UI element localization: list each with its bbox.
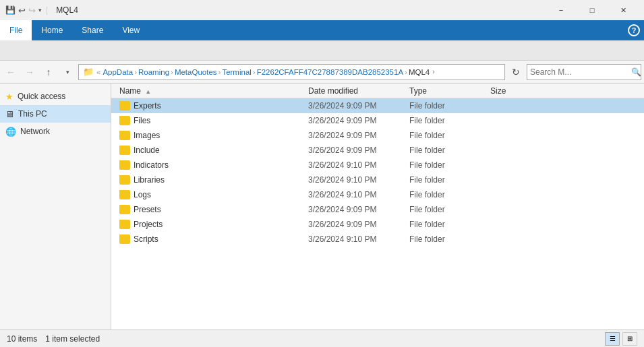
file-type: File folder — [404, 146, 485, 155]
breadcrumb-roaming[interactable]: Roaming — [138, 68, 169, 76]
qat-redo-icon[interactable]: ↪ — [28, 5, 36, 15]
sidebar-label-quick-access: Quick access — [18, 92, 65, 101]
details-view-button[interactable]: ☰ — [605, 332, 620, 346]
sidebar-item-network[interactable]: 🌐 Network — [0, 123, 111, 140]
titlebar-icons: 💾 ↩ ↪ ▾ | — [5, 5, 49, 15]
titlebar: 💾 ↩ ↪ ▾ | MQL4 − □ ✕ — [0, 0, 644, 20]
statusbar-left: 10 items 1 item selected — [7, 334, 100, 344]
table-row[interactable]: Images 3/26/2024 9:09 PM File folder — [111, 128, 644, 143]
file-date: 3/26/2024 9:09 PM — [303, 220, 404, 229]
breadcrumb[interactable]: 📁 « AppData › Roaming › MetaQuotes › Ter… — [78, 64, 505, 80]
file-name: Images — [134, 131, 160, 140]
file-date: 3/26/2024 9:10 PM — [303, 190, 404, 199]
table-row[interactable]: Include 3/26/2024 9:09 PM File folder — [111, 143, 644, 158]
tab-share[interactable]: Share — [72, 20, 113, 40]
file-name-cell: Logs — [114, 190, 303, 199]
breadcrumb-metaquotes[interactable]: MetaQuotes — [175, 68, 217, 76]
filelist-header: Name ▲ Date modified Type Size — [111, 84, 644, 98]
statusbar-right: ☰ ⊞ — [605, 332, 637, 346]
file-type: File folder — [404, 175, 485, 185]
file-name-cell: Images — [114, 131, 303, 140]
table-row[interactable]: Files 3/26/2024 9:09 PM File folder — [111, 113, 644, 128]
breadcrumb-sep1: › — [134, 68, 137, 76]
breadcrumb-appdata[interactable]: AppData — [103, 68, 133, 76]
refresh-button[interactable]: ↻ — [508, 64, 524, 80]
qat-undo-icon[interactable]: ↩ — [18, 5, 26, 15]
table-row[interactable]: Libraries 3/26/2024 9:10 PM File folder — [111, 172, 644, 187]
search-bar[interactable]: 🔍 — [527, 64, 641, 80]
file-name-cell: Include — [114, 146, 303, 155]
maximize-button[interactable]: □ — [577, 0, 608, 20]
file-type: File folder — [404, 101, 485, 111]
file-type: File folder — [404, 160, 485, 170]
breadcrumb-hash[interactable]: F2262CFAFF47C27887389DAB2852351A — [257, 68, 403, 76]
recent-locations-button[interactable]: ▾ — [59, 64, 76, 80]
ribbon-menu — [0, 40, 644, 61]
large-icons-view-button[interactable]: ⊞ — [622, 332, 637, 346]
file-type: File folder — [404, 205, 485, 214]
table-row[interactable]: Scripts 3/26/2024 9:10 PM File folder — [111, 232, 644, 247]
sidebar-label-this-pc: This PC — [18, 109, 47, 119]
file-date: 3/26/2024 9:09 PM — [303, 101, 404, 111]
statusbar: 10 items 1 item selected ☰ ⊞ — [0, 329, 644, 347]
sort-arrow-name: ▲ — [145, 88, 151, 95]
file-type: File folder — [404, 116, 485, 125]
file-name-cell: Presets — [114, 205, 303, 214]
search-input[interactable] — [530, 67, 631, 77]
tab-file[interactable]: File — [0, 20, 32, 40]
file-name-cell: Indicators — [114, 160, 303, 170]
table-row[interactable]: Experts 3/26/2024 9:09 PM File folder — [111, 98, 644, 113]
folder-icon — [119, 234, 130, 244]
main-area: ★ Quick access 🖥 This PC 🌐 Network Name … — [0, 84, 644, 329]
help-icon[interactable]: ? — [628, 24, 640, 36]
file-date: 3/26/2024 9:10 PM — [303, 160, 404, 170]
folder-icon — [119, 101, 130, 111]
qat-save-icon[interactable]: 💾 — [5, 5, 16, 15]
sidebar-item-this-pc[interactable]: 🖥 This PC — [0, 105, 111, 123]
filelist: Name ▲ Date modified Type Size Experts 3… — [111, 84, 644, 329]
tab-home[interactable]: Home — [32, 20, 72, 40]
sidebar: ★ Quick access 🖥 This PC 🌐 Network — [0, 84, 111, 329]
col-header-name[interactable]: Name ▲ — [114, 86, 303, 96]
table-row[interactable]: Presets 3/26/2024 9:09 PM File folder — [111, 202, 644, 217]
breadcrumb-sep0: « — [96, 68, 100, 76]
folder-icon — [119, 175, 130, 185]
star-icon: ★ — [5, 92, 13, 102]
file-date: 3/26/2024 9:10 PM — [303, 175, 404, 185]
qat-dropdown-icon[interactable]: ▾ — [38, 7, 42, 13]
minimize-button[interactable]: − — [546, 0, 577, 20]
file-type: File folder — [404, 220, 485, 229]
table-row[interactable]: Logs 3/26/2024 9:10 PM File folder — [111, 187, 644, 202]
items-count: 10 items — [7, 334, 37, 344]
addressbar: ← → ↑ ▾ 📁 « AppData › Roaming › MetaQuot… — [0, 61, 644, 84]
col-header-size[interactable]: Size — [485, 86, 539, 96]
file-name-cell: Files — [114, 116, 303, 125]
file-type: File folder — [404, 190, 485, 199]
file-date: 3/26/2024 9:09 PM — [303, 116, 404, 125]
table-row[interactable]: Projects 3/26/2024 9:09 PM File folder — [111, 217, 644, 232]
breadcrumb-terminal[interactable]: Terminal — [222, 68, 251, 76]
close-button[interactable]: ✕ — [608, 0, 639, 20]
file-name: Scripts — [134, 234, 158, 244]
file-name-cell: Experts — [114, 101, 303, 111]
table-row[interactable]: Indicators 3/26/2024 9:10 PM File folder — [111, 158, 644, 172]
qat-separator: | — [46, 5, 48, 15]
sidebar-item-quick-access[interactable]: ★ Quick access — [0, 88, 111, 105]
file-date: 3/26/2024 9:09 PM — [303, 205, 404, 214]
selection-info: 1 item selected — [45, 334, 100, 344]
col-header-type[interactable]: Type — [404, 86, 485, 96]
folder-icon — [119, 146, 130, 155]
folder-icon — [119, 116, 130, 125]
folder-icon — [119, 220, 130, 229]
search-icon[interactable]: 🔍 — [631, 67, 641, 77]
folder-icon — [119, 205, 130, 214]
breadcrumb-sep4: › — [253, 68, 256, 76]
back-button[interactable]: ← — [3, 64, 19, 80]
sidebar-label-network: Network — [20, 127, 50, 136]
tab-view[interactable]: View — [113, 20, 149, 40]
up-button[interactable]: ↑ — [40, 64, 57, 80]
forward-button[interactable]: → — [22, 64, 38, 80]
file-name-cell: Libraries — [114, 175, 303, 185]
breadcrumb-sep3: › — [218, 68, 221, 76]
col-header-date[interactable]: Date modified — [303, 86, 404, 96]
